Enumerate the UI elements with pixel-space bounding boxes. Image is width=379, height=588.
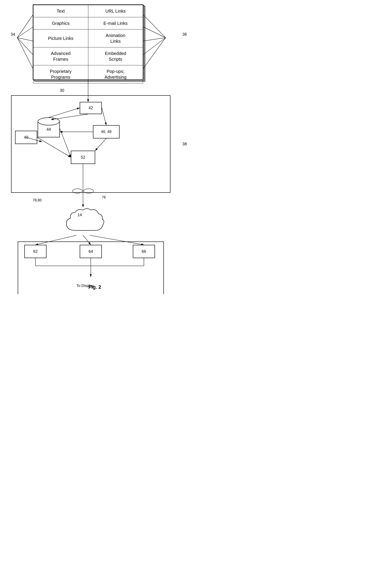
table-cell-graphics: Graphics <box>33 17 88 30</box>
label-42-text: 42 <box>89 106 93 110</box>
box-46-48: 46, 48 <box>93 125 120 138</box>
cloud-label-14: 14 <box>78 213 82 217</box>
label-38: 38 <box>182 142 187 147</box>
svg-line-9 <box>143 38 166 41</box>
to-display-label: To Display <box>76 284 94 288</box>
box-66: 66 <box>133 245 155 258</box>
box-64: 64 <box>80 245 102 258</box>
label-66-text: 66 <box>142 249 146 254</box>
table-row: Advanced Frames Embedded Scripts <box>33 48 143 65</box>
cylinder-44: 44 <box>38 117 60 140</box>
label-30: 30 <box>60 88 64 93</box>
label-60: 60 <box>172 294 176 294</box>
svg-line-10 <box>143 38 166 54</box>
cylinder-top <box>38 117 60 125</box>
svg-line-4 <box>17 38 33 41</box>
table-cell-embedded-scripts: Embedded Scripts <box>88 48 143 65</box>
table-cell-text: Text <box>33 5 88 17</box>
box-52: 52 <box>71 151 95 164</box>
table-cell-proprietary-programs: Proprietary Programs <box>33 65 88 83</box>
figure-caption: Fig. 2 <box>0 284 190 290</box>
label-46-48-text: 46, 48 <box>101 130 111 134</box>
label-64-text: 64 <box>89 249 93 254</box>
table-row: Text URL Links <box>33 5 143 17</box>
table-row: Graphics E-mail Links <box>33 17 143 30</box>
cylinder-label: 44 <box>38 127 60 132</box>
content-table-page: Text URL Links Graphics E-mail Links Pic… <box>33 4 143 80</box>
table-cell-email-links: E-mail Links <box>88 17 143 30</box>
label-62-text: 62 <box>33 249 38 254</box>
box-62: 62 <box>24 245 47 258</box>
svg-line-6 <box>17 38 33 68</box>
label-76: 76 <box>102 196 106 199</box>
box-42: 42 <box>80 102 102 114</box>
label-40-text: 40 <box>24 135 28 140</box>
table-row: Proprietary Programs Pop-ups; Advertisin… <box>33 65 143 83</box>
diagram-container: Text URL Links Graphics E-mail Links Pic… <box>0 0 190 294</box>
table-cell-url-links: URL Links <box>88 5 143 17</box>
label-36: 36 <box>182 32 187 37</box>
table-row: Picture Links Animation Links <box>33 30 143 48</box>
label-34: 34 <box>11 32 15 37</box>
table-cell-animation-links: Animation Links <box>88 30 143 48</box>
table-cell-picture-links: Picture Links <box>33 30 88 48</box>
svg-line-3 <box>17 27 33 38</box>
content-table: Text URL Links Graphics E-mail Links Pic… <box>33 5 143 83</box>
label-52-text: 52 <box>81 155 85 160</box>
svg-line-7 <box>143 15 166 38</box>
svg-line-5 <box>17 38 33 54</box>
cloud-14-area <box>62 206 106 235</box>
svg-line-8 <box>143 27 166 38</box>
svg-line-2 <box>17 15 33 38</box>
label-78-80: 78,80 <box>33 198 42 202</box>
table-cell-advanced-frames: Advanced Frames <box>33 48 88 65</box>
cloud-14-svg <box>62 206 106 235</box>
svg-line-11 <box>143 38 166 68</box>
table-cell-popups-advertising: Pop-ups; Advertising <box>88 65 143 83</box>
box-40: 40 <box>15 131 37 144</box>
